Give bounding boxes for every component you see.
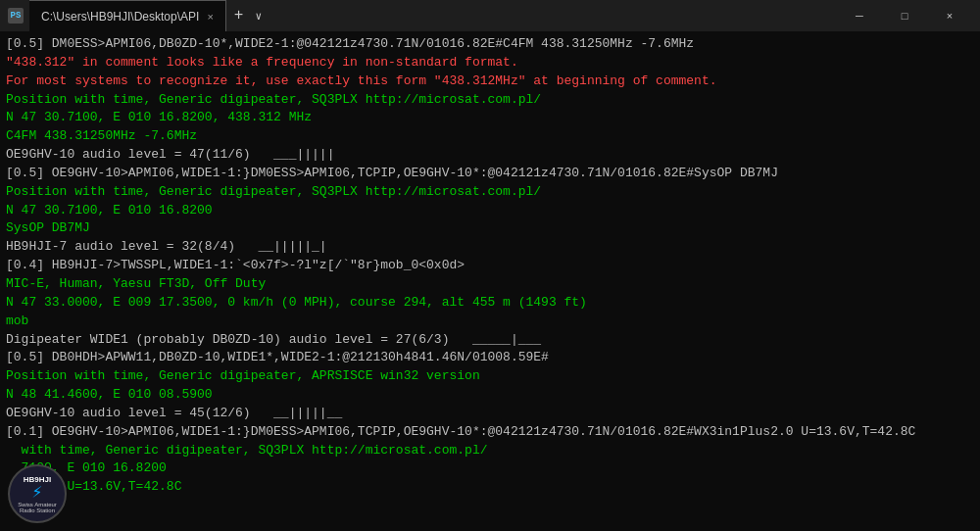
window-controls: ─ □ × xyxy=(837,0,972,31)
terminal-line: Position with time, Generic digipeater, … xyxy=(6,91,974,110)
app-icon: PS xyxy=(8,8,24,24)
terminal-line: with time, Generic digipeater, SQ3PLX ht… xyxy=(6,442,974,460)
tab-title: C:\Users\HB9HJI\Desktop\API xyxy=(41,10,199,24)
logo-description: Swiss Amateur Radio Station xyxy=(10,502,65,513)
terminal-line: N 47 33.0000, E 009 17.3500, 0 km/h (0 M… xyxy=(6,294,974,313)
terminal-line: Digipeater WIDE1 (probably DB0ZD-10) aud… xyxy=(6,331,974,350)
terminal-line: OE9GHV-10 audio level = 47(11/6) ___||||… xyxy=(6,146,974,165)
terminal-line: HB9HJI-7 audio level = 32(8/4) __|||||_| xyxy=(6,238,974,257)
terminal-line: mob xyxy=(6,313,974,331)
terminal-line: N 47 30.7100, E 010 16.8200 xyxy=(6,202,974,220)
active-tab[interactable]: C:\Users\HB9HJI\Desktop\API × xyxy=(29,0,226,31)
terminal-output: [0.5] DM0ESS>APMI06,DB0ZD-10*,WIDE2-1:@0… xyxy=(0,31,980,531)
terminal-line: Position with time, Generic digipeater, … xyxy=(6,183,974,202)
terminal-line: [0.1] OE9GHV-10>APMI06,WIDE1-1:}DM0ESS>A… xyxy=(6,423,974,442)
station-logo: HB9HJI ⚡ Swiss Amateur Radio Station xyxy=(8,464,67,523)
terminal-line: N 47 30.7100, E 010 16.8200, 438.312 MHz xyxy=(6,109,974,127)
tab-close-button[interactable]: × xyxy=(207,11,213,23)
terminal-line: MIC-E, Human, Yaesu FT3D, Off Duty xyxy=(6,275,974,294)
terminal-line: [0.5] DM0ESS>APMI06,DB0ZD-10*,WIDE2-1:@0… xyxy=(6,35,974,54)
close-button[interactable]: × xyxy=(927,0,972,31)
terminal-line: For most systems to recognize it, use ex… xyxy=(6,72,974,91)
tab-area: C:\Users\HB9HJI\Desktop\API × + ∨ xyxy=(29,0,837,31)
terminal-line: us2.0 U=13.6V,T=42.8C xyxy=(6,478,974,497)
titlebar: PS C:\Users\HB9HJI\Desktop\API × + ∨ ─ □… xyxy=(0,0,980,31)
terminal-line: [0.4] HB9HJI-7>TWSSPL,WIDE1-1:`<0x7f>-?l… xyxy=(6,257,974,275)
terminal-line: [0.5] OE9GHV-10>APMI06,WIDE1-1:}DM0ESS>A… xyxy=(6,165,974,183)
tab-dropdown-button[interactable]: ∨ xyxy=(251,10,266,23)
terminal-line: "438.312" in comment looks like a freque… xyxy=(6,54,974,72)
terminal-line: [0.5] DB0HDH>APWW11,DB0ZD-10,WIDE1*,WIDE… xyxy=(6,349,974,367)
terminal-line: 7100, E 010 16.8200 xyxy=(6,459,974,478)
terminal-line: C4FM 438.31250MHz -7.6MHz xyxy=(6,127,974,146)
terminal-line: Position with time, Generic digipeater, … xyxy=(6,367,974,386)
terminal-line: N 48 41.4600, E 010 08.5900 xyxy=(6,386,974,405)
terminal-line: SysOP DB7MJ xyxy=(6,219,974,238)
minimize-button[interactable]: ─ xyxy=(837,0,882,31)
restore-button[interactable]: □ xyxy=(882,0,927,31)
new-tab-button[interactable]: + xyxy=(226,7,252,24)
terminal-line: OE9GHV-10 audio level = 45(12/6) __|||||… xyxy=(6,405,974,423)
logo-symbol: ⚡ xyxy=(32,484,43,502)
